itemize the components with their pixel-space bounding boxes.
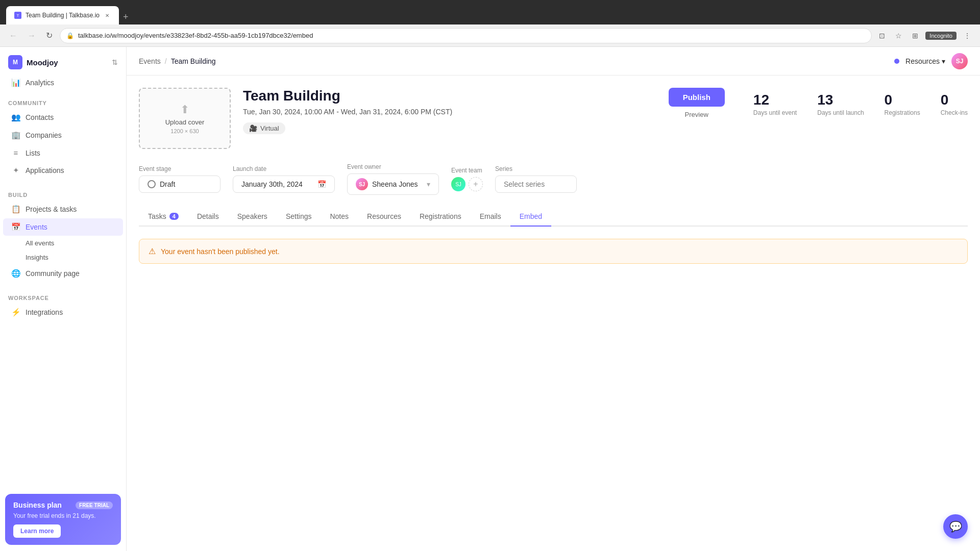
meta-series: Series Select series bbox=[495, 165, 577, 193]
tab-resources[interactable]: Resources bbox=[358, 207, 410, 227]
tab-emails[interactable]: Emails bbox=[471, 207, 510, 227]
tab-content-embed: ⚠ Your event hasn't been published yet. bbox=[139, 227, 968, 276]
upload-icon: ⬆ bbox=[180, 103, 189, 116]
event-virtual-badge: 🎥 Virtual bbox=[243, 122, 285, 134]
sidebar-item-projects[interactable]: 📋 Projects & tasks bbox=[3, 201, 123, 218]
resources-label: Resources bbox=[905, 57, 940, 65]
sidebar-item-applications[interactable]: ✦ Applications bbox=[3, 162, 123, 179]
address-bar[interactable]: 🔒 talkbase.io/w/moodjoy/events/e33823ef-… bbox=[60, 28, 872, 43]
tab-emails-label: Emails bbox=[480, 212, 501, 220]
cast-btn[interactable]: ⊡ bbox=[876, 30, 888, 42]
event-stats: 12 Days until event 13 Days until launch… bbox=[753, 92, 968, 116]
profile-btn[interactable]: ⊞ bbox=[909, 30, 921, 42]
launch-date-value: January 30th, 2024 bbox=[241, 180, 303, 188]
events-label: Events bbox=[26, 223, 47, 231]
calendar-icon: 📅 bbox=[317, 180, 326, 188]
publish-btn[interactable]: Publish bbox=[669, 88, 725, 107]
user-avatar[interactable]: SJ bbox=[951, 53, 968, 69]
virtual-icon: 🎥 bbox=[249, 124, 257, 132]
stat-number-2: 0 bbox=[885, 92, 920, 108]
sidebar-item-events[interactable]: 📅 Events bbox=[3, 218, 123, 236]
topbar-right: Resources ▾ SJ bbox=[894, 53, 968, 69]
upload-cover-btn[interactable]: ⬆ Upload cover 1200 × 630 bbox=[139, 88, 231, 149]
resources-chevron: ▾ bbox=[942, 57, 945, 65]
stat-checkins: 0 Check-ins bbox=[941, 92, 968, 116]
tab-speakers-label: Speakers bbox=[237, 212, 267, 220]
upload-cover-label: Upload cover bbox=[165, 118, 205, 126]
companies-icon: 🏢 bbox=[11, 131, 20, 140]
topbar: Events / Team Building Resources ▾ SJ bbox=[127, 47, 980, 76]
resources-btn[interactable]: Resources ▾ bbox=[905, 57, 945, 65]
stat-number-3: 0 bbox=[941, 92, 968, 108]
lock-icon: 🔒 bbox=[66, 32, 74, 39]
tab-tasks-label: Tasks bbox=[148, 212, 166, 220]
draft-icon bbox=[148, 180, 156, 188]
chat-fab-btn[interactable]: 💬 bbox=[943, 514, 968, 539]
chat-icon: 💬 bbox=[949, 520, 962, 533]
build-section: BUILD 📋 Projects & tasks 📅 Events All ev… bbox=[0, 184, 126, 287]
tab-settings[interactable]: Settings bbox=[277, 207, 321, 227]
active-tab[interactable]: T Team Building | Talkbase.io ✕ bbox=[6, 6, 119, 24]
sidebar-item-analytics[interactable]: 📊 Analytics bbox=[3, 74, 123, 91]
sidebar-item-lists[interactable]: ≡ Lists bbox=[3, 144, 123, 161]
tab-registrations[interactable]: Registrations bbox=[410, 207, 471, 227]
banner-title: Business plan bbox=[13, 501, 62, 509]
preview-link[interactable]: Preview bbox=[685, 111, 708, 118]
tab-speakers[interactable]: Speakers bbox=[228, 207, 277, 227]
menu-btn[interactable]: ⋮ bbox=[961, 30, 974, 42]
contacts-label: Contacts bbox=[26, 113, 54, 121]
url-text: talkbase.io/w/moodjoy/events/e33823ef-8b… bbox=[78, 32, 313, 39]
tab-resources-label: Resources bbox=[367, 212, 401, 220]
tab-tasks[interactable]: Tasks 4 bbox=[139, 207, 188, 227]
sidebar-item-integrations[interactable]: ⚡ Integrations bbox=[3, 304, 123, 321]
team-avatar-1: SJ bbox=[451, 177, 465, 191]
stat-number-1: 13 bbox=[817, 92, 864, 108]
stat-label-2: Registrations bbox=[885, 109, 920, 116]
tab-title: Team Building | Talkbase.io bbox=[26, 12, 100, 19]
owner-select[interactable]: SJ Sheena Jones ▾ bbox=[347, 173, 439, 195]
tab-details[interactable]: Details bbox=[188, 207, 228, 227]
refresh-btn[interactable]: ↻ bbox=[43, 29, 56, 42]
projects-icon: 📋 bbox=[11, 205, 20, 214]
applications-icon: ✦ bbox=[11, 166, 20, 175]
owner-name: Sheena Jones bbox=[372, 180, 418, 188]
back-btn[interactable]: ← bbox=[6, 29, 20, 42]
contacts-icon: 👥 bbox=[11, 113, 20, 122]
breadcrumb-events-link[interactable]: Events bbox=[139, 57, 161, 65]
new-tab-btn[interactable]: + bbox=[119, 10, 133, 24]
meta-launch-date: Launch date January 30th, 2024 📅 bbox=[233, 165, 335, 193]
applications-label: Applications bbox=[26, 166, 64, 174]
sidebar-sub-insights[interactable]: Insights bbox=[3, 251, 123, 264]
tab-registrations-label: Registrations bbox=[420, 212, 461, 220]
tab-embed[interactable]: Embed bbox=[510, 207, 551, 227]
expand-icon[interactable]: ⇅ bbox=[112, 58, 118, 66]
stat-label-0: Days until event bbox=[753, 109, 797, 116]
event-info: Team Building Tue, Jan 30, 2024, 10:00 A… bbox=[243, 88, 656, 134]
sidebar-item-companies[interactable]: 🏢 Companies bbox=[3, 127, 123, 144]
tab-close-btn[interactable]: ✕ bbox=[104, 12, 111, 19]
tab-notes[interactable]: Notes bbox=[321, 207, 358, 227]
series-label: Series bbox=[495, 165, 577, 172]
stage-select[interactable]: Draft bbox=[139, 176, 220, 193]
forward-btn[interactable]: → bbox=[24, 29, 39, 42]
lists-icon: ≡ bbox=[11, 148, 20, 157]
bookmark-btn[interactable]: ☆ bbox=[892, 30, 905, 42]
insights-label: Insights bbox=[26, 254, 48, 261]
sidebar-item-community-page[interactable]: 🌐 Community page bbox=[3, 265, 123, 282]
breadcrumb-current: Team Building bbox=[171, 57, 216, 65]
browser-actions: ⊡ ☆ ⊞ Incognito ⋮ bbox=[876, 30, 974, 42]
team-add-btn[interactable]: + bbox=[469, 177, 483, 191]
launch-date-input[interactable]: January 30th, 2024 📅 bbox=[233, 176, 335, 193]
build-section-label: BUILD bbox=[0, 188, 126, 200]
series-select[interactable]: Select series bbox=[495, 176, 577, 193]
business-plan-banner: Business plan FREE TRIAL Your free trial… bbox=[5, 494, 121, 545]
sidebar-brand: M Moodjoy bbox=[8, 55, 58, 69]
banner-top: Business plan FREE TRIAL bbox=[13, 501, 113, 509]
sidebar-item-contacts[interactable]: 👥 Contacts bbox=[3, 109, 123, 126]
embed-warning-banner: ⚠ Your event hasn't been published yet. bbox=[139, 239, 968, 264]
team-section: SJ + bbox=[451, 177, 483, 191]
sidebar-sub-all-events[interactable]: All events bbox=[3, 236, 123, 250]
upload-cover-size: 1200 × 630 bbox=[170, 128, 199, 134]
learn-more-btn[interactable]: Learn more bbox=[13, 524, 61, 538]
brand-name: Moodjoy bbox=[27, 58, 58, 67]
